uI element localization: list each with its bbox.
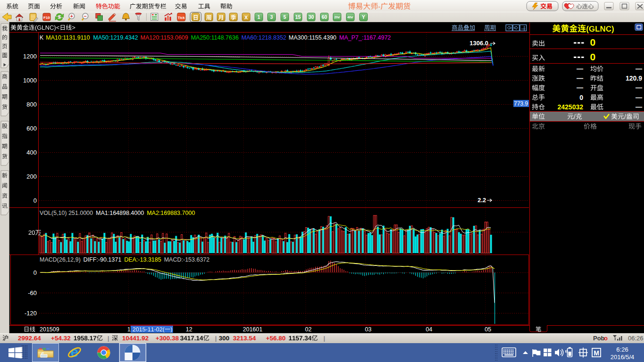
svg-text:120.9: 120.9 — [626, 74, 642, 82]
svg-text:MA60:1218.8352: MA60:1218.8352 — [241, 34, 286, 41]
svg-text:0: 0 — [590, 37, 596, 48]
svg-text:—: — — [577, 65, 583, 73]
svg-text:12: 12 — [186, 326, 192, 333]
svg-text:K: K — [40, 34, 44, 41]
svg-text:1: 1 — [127, 326, 131, 333]
svg-text:MA_P7_:1167.4972: MA_P7_:1167.4972 — [339, 34, 391, 41]
svg-text:60: 60 — [322, 14, 327, 20]
svg-text:—: — — [636, 94, 642, 101]
svg-text:4hr: 4hr — [347, 15, 353, 19]
svg-text:1000: 1000 — [23, 77, 37, 84]
svg-text:400: 400 — [26, 149, 37, 156]
svg-text:—: — — [636, 103, 642, 111]
svg-text:X: X — [244, 15, 248, 20]
svg-text:300: 300 — [219, 335, 230, 342]
svg-text:MA10:1131.9110: MA10:1131.9110 — [46, 34, 90, 41]
svg-text:MA1:164898.4000: MA1:164898.4000 — [96, 210, 144, 216]
svg-text:201601: 201601 — [243, 326, 263, 333]
svg-text:MA250:1148.7636: MA250:1148.7636 — [191, 34, 239, 41]
svg-text:—: — — [636, 65, 642, 73]
svg-text:201509: 201509 — [40, 326, 59, 333]
svg-text:+54.32: +54.32 — [51, 335, 71, 342]
svg-text:773.9: 773.9 — [514, 100, 528, 107]
svg-text:MA50:1219.4342: MA50:1219.4342 — [93, 34, 138, 41]
svg-text:2hr: 2hr — [334, 15, 340, 19]
svg-text:02: 02 — [305, 326, 312, 333]
svg-text:05: 05 — [485, 326, 491, 333]
svg-text:03: 03 — [365, 326, 372, 333]
svg-text:VOL(5,10) 251.0000: VOL(5,10) 251.0000 — [40, 210, 93, 216]
svg-text:2992.64: 2992.64 — [18, 335, 41, 342]
svg-text:−: − — [84, 14, 87, 19]
svg-text:800: 800 — [26, 101, 37, 108]
svg-text:-120: -120 — [25, 310, 37, 317]
svg-text:+300.38: +300.38 — [156, 335, 179, 342]
svg-text:1306.0: 1306.0 — [470, 40, 488, 47]
svg-text:DIFF:-90.1371: DIFF:-90.1371 — [83, 256, 122, 263]
svg-text:1: 1 — [257, 14, 260, 20]
svg-text:MACD(26,12,9): MACD(26,12,9) — [40, 256, 81, 263]
svg-text:0: 0 — [590, 51, 596, 62]
svg-text:—: — — [636, 84, 642, 91]
svg-text:0: 0 — [33, 269, 37, 276]
svg-text:+56.80: +56.80 — [266, 335, 286, 342]
svg-text:F10: F10 — [43, 16, 50, 20]
svg-text:Y: Y — [362, 14, 365, 20]
svg-text:MACD:-153.6372: MACD:-153.6372 — [164, 256, 210, 263]
svg-text:3: 3 — [270, 14, 273, 20]
svg-text:200: 200 — [26, 173, 37, 180]
svg-text:5: 5 — [283, 14, 286, 20]
svg-text:2.2: 2.2 — [478, 197, 486, 204]
svg-text:|: | — [323, 335, 325, 342]
svg-text:MA120:1153.0609: MA120:1153.0609 — [140, 34, 188, 41]
svg-text:2016/5/4: 2016/5/4 — [611, 354, 635, 361]
svg-text:—: — — [577, 84, 583, 91]
svg-text:+: + — [70, 14, 73, 19]
svg-text:1200: 1200 — [23, 53, 37, 60]
svg-text:o: o — [604, 335, 608, 342]
svg-text:—: — — [577, 74, 583, 82]
svg-text:30: 30 — [308, 14, 314, 20]
svg-text:M: M — [594, 349, 599, 357]
svg-text:600: 600 — [26, 125, 37, 132]
svg-text:Tick: Tick — [178, 16, 185, 20]
svg-text:Pob: Pob — [593, 335, 605, 342]
svg-text:-60: -60 — [28, 289, 37, 296]
svg-text:MA300:1155.4390: MA300:1155.4390 — [289, 34, 336, 41]
svg-text:06:26: 06:26 — [628, 335, 644, 342]
svg-text:2425032: 2425032 — [557, 103, 583, 111]
svg-text:15: 15 — [295, 14, 301, 20]
svg-text:0: 0 — [579, 94, 583, 101]
svg-text:3213.54: 3213.54 — [233, 335, 256, 342]
svg-text:|: | — [215, 335, 217, 342]
svg-text:|: | — [107, 335, 109, 342]
svg-text:DEA:-13.3185: DEA:-13.3185 — [124, 256, 161, 263]
svg-text:MA2:169883.7000: MA2:169883.7000 — [147, 210, 195, 216]
svg-text:10441.92: 10441.92 — [122, 335, 149, 342]
svg-text:0: 0 — [33, 197, 37, 204]
svg-text:6:26: 6:26 — [616, 346, 628, 353]
svg-text:04: 04 — [426, 326, 432, 333]
